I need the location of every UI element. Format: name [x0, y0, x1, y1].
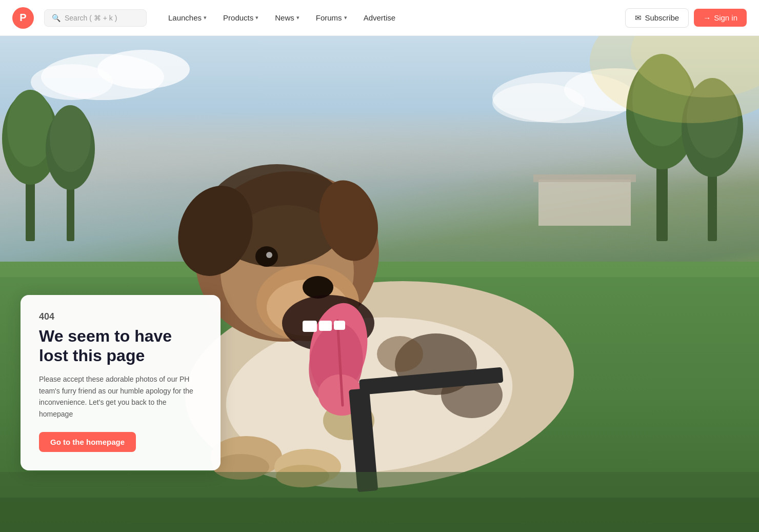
signin-label: Sign in	[714, 13, 737, 22]
nav-advertise-label: Advertise	[364, 13, 396, 22]
nav-item-news[interactable]: News ▾	[268, 9, 307, 26]
nav-item-forums[interactable]: Forums ▾	[309, 9, 354, 26]
chevron-down-icon: ▾	[296, 14, 299, 21]
error-title: We seem to have lost this page	[39, 326, 202, 366]
error-card: 404 We seem to have lost this page Pleas…	[21, 295, 221, 470]
svg-rect-19	[538, 180, 631, 226]
chevron-down-icon: ▾	[344, 14, 347, 21]
go-to-homepage-button[interactable]: Go to the homepage	[39, 432, 136, 452]
svg-point-12	[50, 105, 91, 172]
nav-news-label: News	[275, 13, 294, 22]
subscribe-label: Subscribe	[645, 13, 679, 22]
error-title-line2: lost this page	[39, 346, 145, 365]
search-icon: 🔍	[52, 14, 61, 22]
nav-links: Launches ▾ Products ▾ News ▾ Forums ▾ Ad…	[161, 9, 621, 26]
svg-point-38	[266, 252, 272, 258]
subscribe-icon: ✉	[635, 13, 642, 23]
search-bar[interactable]: 🔍 Search ( ⌘ + k )	[44, 9, 147, 27]
nav-right: ✉ Subscribe → Sign in	[625, 8, 747, 28]
logo-icon[interactable]: P	[12, 7, 34, 29]
signin-button[interactable]: → Sign in	[694, 9, 747, 27]
error-description: Please accept these adorable photos of o…	[39, 373, 202, 420]
chevron-down-icon: ▾	[204, 14, 207, 21]
navbar: P 🔍 Search ( ⌘ + k ) Launches ▾ Products…	[0, 0, 759, 36]
svg-point-28	[377, 336, 423, 372]
signin-icon: →	[703, 13, 711, 22]
svg-point-6	[492, 83, 585, 122]
nav-products-label: Products	[223, 13, 253, 22]
svg-rect-44	[303, 321, 317, 332]
nav-item-advertise[interactable]: Advertise	[356, 9, 403, 26]
nav-launches-label: Launches	[168, 13, 202, 22]
nav-item-products[interactable]: Products ▾	[216, 9, 266, 26]
svg-rect-20	[533, 174, 636, 182]
error-code: 404	[39, 311, 202, 322]
svg-rect-54	[0, 498, 759, 532]
chevron-down-icon: ▾	[255, 14, 258, 21]
svg-rect-22	[0, 262, 759, 277]
logo-container[interactable]: P	[12, 7, 34, 29]
error-title-line1: We seem to have	[39, 327, 172, 345]
svg-rect-46	[334, 321, 345, 330]
svg-rect-45	[319, 321, 332, 331]
nav-forums-label: Forums	[316, 13, 342, 22]
svg-point-3	[31, 64, 113, 100]
nav-item-launches[interactable]: Launches ▾	[161, 9, 214, 26]
search-placeholder: Search ( ⌘ + k )	[65, 14, 117, 22]
subscribe-button[interactable]: ✉ Subscribe	[625, 8, 689, 28]
